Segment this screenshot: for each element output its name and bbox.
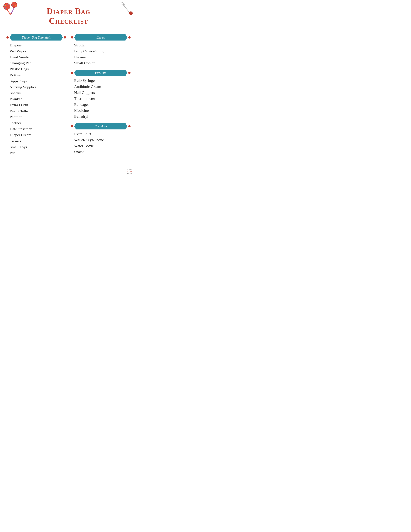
banner-dot-right xyxy=(64,36,66,38)
list-item: Water Bottle xyxy=(74,143,131,149)
svg-point-8 xyxy=(13,4,14,5)
list-item: Hat/Sunscreen xyxy=(10,126,66,132)
firstaid-list: Bulb Syringe Antibiotic Cream Nail Clipp… xyxy=(71,77,131,119)
list-item: Changing Pad xyxy=(10,60,66,66)
list-item: Bulb Syringe xyxy=(74,77,131,84)
list-item: Baby Carrier/Sling xyxy=(74,48,131,54)
formom-banner: For Mom xyxy=(71,123,131,129)
firstaid-banner-label: First Aid xyxy=(74,70,127,76)
list-item: Burp Cloths xyxy=(10,108,66,114)
formom-dot-left xyxy=(71,125,73,127)
extras-banner-label: Extras xyxy=(74,34,127,41)
firstaid-dot-right xyxy=(128,72,131,74)
list-item: Hand Sanitizer xyxy=(10,54,66,60)
list-item: Wallet/Keys/Phone xyxy=(74,137,131,143)
list-item: Bib xyxy=(10,150,66,156)
essentials-list: Diapers Wet Wipes Hand Sanitizer Changin… xyxy=(6,42,66,156)
list-item: Sippy Cups xyxy=(10,78,66,84)
extras-dot-left xyxy=(71,36,73,38)
page-header: Diaper Bag Checklist xyxy=(6,5,131,30)
list-item: Snacks xyxy=(10,90,66,96)
formom-banner-label: For Mom xyxy=(74,123,127,129)
formom-list: Extra Shirt Wallet/Keys/Phone Water Bott… xyxy=(71,131,131,155)
extras-list: Stroller Baby Carrier/Sling Playmat Smal… xyxy=(71,42,131,66)
list-item: Nursing Supplies xyxy=(10,84,66,90)
watermark-line2: Have xyxy=(127,171,132,172)
essentials-banner-label: Diaper Bag Essentials xyxy=(10,34,63,41)
svg-point-9 xyxy=(15,3,15,4)
list-item: Antibiotic Cream xyxy=(74,84,131,90)
list-item: Medicine xyxy=(74,107,131,114)
list-item: Blanket xyxy=(10,96,66,102)
list-item: Extra Outfit xyxy=(10,102,66,108)
list-item: Benadryl xyxy=(74,114,131,119)
list-item: Teether xyxy=(10,120,66,126)
watermark: Must Have Mom xyxy=(127,169,132,174)
firstaid-banner: First Aid xyxy=(71,70,131,76)
firstaid-dot-left xyxy=(71,72,73,74)
svg-point-5 xyxy=(6,7,6,8)
essentials-banner: Diaper Bag Essentials xyxy=(6,34,66,41)
list-item: Nail Clippers xyxy=(74,90,131,95)
list-item: Tissues xyxy=(10,138,66,144)
list-item: Diaper Cream xyxy=(10,132,66,138)
svg-point-2 xyxy=(5,5,6,6)
main-content: Diaper Bag Essentials Diapers Wet Wipes … xyxy=(6,34,131,160)
list-item: Snack xyxy=(74,149,131,155)
extras-dot-right xyxy=(128,36,131,38)
list-item: Thermometer xyxy=(74,95,131,102)
formom-dot-right xyxy=(128,125,131,127)
list-item: Plastic Bags xyxy=(10,66,66,72)
list-item: Pacifier xyxy=(10,114,66,120)
list-item: Extra Shirt xyxy=(74,131,131,137)
banner-dot-left xyxy=(6,36,9,38)
right-column: Extras Stroller Baby Carrier/Sling Playm… xyxy=(71,34,131,160)
list-item: Stroller xyxy=(74,42,131,48)
watermark-line3: Mom xyxy=(127,172,132,174)
list-item: Small Cooler xyxy=(74,60,131,66)
list-item: Diapers xyxy=(10,42,66,48)
page-title: Diaper Bag Checklist xyxy=(6,6,131,26)
watermark-line1: Must xyxy=(127,169,132,171)
list-item: Bottles xyxy=(10,72,66,78)
list-item: Bandages xyxy=(74,102,131,107)
list-item: Playmat xyxy=(74,54,131,60)
extras-banner: Extras xyxy=(71,34,131,41)
list-item: Wet Wipes xyxy=(10,48,66,54)
list-item: Small Toys xyxy=(10,144,66,150)
left-column: Diaper Bag Essentials Diapers Wet Wipes … xyxy=(6,34,66,160)
